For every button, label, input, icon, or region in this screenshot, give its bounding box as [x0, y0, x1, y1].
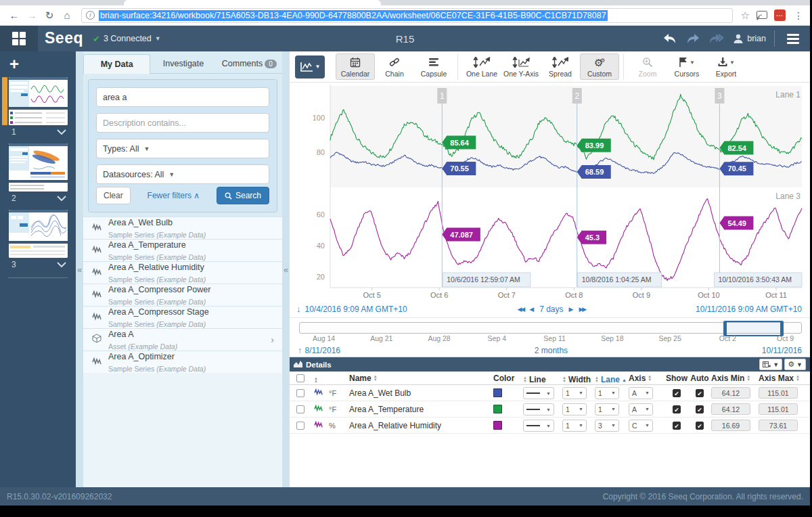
result-item[interactable]: Area A_Compressor Stage Sample Series (E… — [83, 306, 282, 328]
axis-min-value[interactable]: 64.12 — [711, 387, 750, 399]
range-start[interactable]: 10/4/2016 9:09 AM GMT+10 — [305, 305, 407, 314]
overview-duration[interactable]: 2 months — [340, 346, 762, 355]
overview-end[interactable]: 10/11/2016 — [762, 346, 802, 355]
axis-select[interactable]: A▼ — [629, 387, 653, 399]
connections-dropdown[interactable]: ✔ 3 Connected ▼ — [93, 34, 161, 44]
result-item[interactable]: Area A_Relative Humidity Sample Series (… — [83, 261, 282, 284]
cast-icon[interactable] — [757, 11, 767, 20]
redo-icon[interactable] — [685, 32, 700, 45]
axis-min-value[interactable]: 16.69 — [711, 420, 750, 431]
color-swatch[interactable] — [493, 405, 502, 413]
lane-select[interactable]: 3▼ — [595, 420, 619, 432]
worksheet-thumbnail-1[interactable] — [9, 77, 68, 125]
show-checkbox[interactable]: ✔ — [673, 422, 681, 430]
result-item[interactable]: Area A Asset (Example Data)› — [83, 328, 282, 351]
tab-my-data[interactable]: My Data — [83, 54, 150, 74]
chart-type-button[interactable]: ▼ — [295, 55, 325, 78]
color-swatch[interactable] — [493, 388, 502, 397]
browser-menu-icon[interactable]: ⋮ — [792, 10, 805, 21]
redo-all-icon[interactable] — [708, 32, 725, 45]
fewer-filters-link[interactable]: Fewer filters ∧ — [148, 191, 200, 200]
add-column-button[interactable]: ▼ — [759, 359, 782, 370]
search-button[interactable]: Search — [217, 187, 269, 204]
line-style-select[interactable]: ▼ — [523, 387, 554, 399]
axis-select[interactable]: C▼ — [629, 420, 653, 432]
column-lane[interactable]: ▲▼ Lane ▲ — [595, 375, 627, 384]
types-select[interactable]: Types: All▼ — [96, 139, 269, 158]
range-end[interactable]: 10/11/2016 9:09 AM GMT+10 — [696, 305, 802, 314]
overview-track[interactable] — [299, 322, 802, 334]
toolbar-button-export[interactable]: ▼ Export — [706, 53, 746, 80]
series-name[interactable]: Area A_Temperature — [349, 405, 493, 414]
show-checkbox[interactable]: ✔ — [673, 405, 681, 413]
column-axis-max[interactable]: Axis Max ▲▼ — [759, 374, 800, 383]
row-checkbox[interactable] — [296, 422, 304, 430]
row-checkbox[interactable] — [296, 389, 304, 397]
column-name[interactable]: Name ▲▼ — [349, 374, 378, 383]
chevron-down-icon[interactable] — [57, 262, 66, 267]
toolbar-button-spread[interactable]: Spread — [541, 53, 580, 80]
column-axis[interactable]: Axis ▲▼ — [629, 374, 652, 383]
undo-icon[interactable] — [662, 32, 677, 45]
axis-select[interactable]: A▼ — [629, 403, 653, 415]
axis-max-value[interactable]: 73.61 — [759, 420, 798, 431]
toolbar-button-capsule[interactable]: Capsule — [414, 53, 453, 80]
page-info-icon[interactable]: i — [86, 11, 95, 20]
url-text[interactable]: brian-surface:34216/workbook/715A6053-DB… — [99, 10, 608, 21]
details-settings-button[interactable]: ⚙ ▼ — [784, 359, 806, 370]
axis-min-value[interactable]: 64.12 — [711, 403, 750, 415]
clear-button[interactable]: Clear — [96, 187, 131, 204]
lane-select[interactable]: 1▼ — [595, 403, 619, 415]
result-item[interactable]: Area A_Compressor Power Sample Series (E… — [83, 284, 282, 306]
line-style-select[interactable]: ▼ — [523, 403, 554, 415]
column-axis-min[interactable]: Axis Min ▲▼ — [711, 374, 750, 383]
collapse-right-icon[interactable]: « — [282, 51, 290, 487]
datasources-select[interactable]: Datasources: All▼ — [96, 164, 269, 184]
line-style-select[interactable]: ▼ — [523, 420, 554, 432]
toolbar-button-one-y-axis[interactable]: One Y-Axis — [501, 53, 541, 80]
toolbar-button-cursors[interactable]: ▼ Cursors — [667, 53, 706, 80]
step-forward-fast-icon[interactable]: ▶▶ — [579, 306, 585, 313]
axis-max-value[interactable]: 115.01 — [759, 403, 798, 415]
description-input[interactable]: Description contains... — [96, 113, 269, 133]
lane-select[interactable]: 1▼ — [595, 387, 619, 399]
refresh-icon[interactable]: ↻ — [41, 9, 58, 22]
back-icon[interactable]: ← — [5, 9, 23, 21]
step-back-icon[interactable]: ◀ — [529, 306, 534, 313]
toolbar-button-one-lane[interactable]: One Lane — [462, 53, 501, 80]
chevron-down-icon[interactable] — [57, 196, 66, 201]
show-checkbox[interactable]: ✔ — [673, 389, 681, 397]
add-worksheet-button[interactable]: + — [9, 57, 76, 72]
range-duration[interactable]: 7 days — [539, 305, 563, 314]
column-auto[interactable]: Auto — [690, 374, 708, 383]
chevron-down-icon[interactable] — [57, 129, 66, 135]
toolbar-button-calendar[interactable]: Calendar — [336, 53, 375, 80]
chevron-right-icon[interactable]: › — [271, 334, 275, 345]
worksheet-thumbnail-3[interactable] — [9, 210, 68, 258]
range-down-icon[interactable]: ↓ — [296, 304, 301, 314]
column-show[interactable]: Show — [666, 374, 687, 383]
result-item[interactable]: Area A_Wet Bulb Sample Series (Example D… — [83, 217, 282, 239]
line-width-select[interactable]: 1▼ — [562, 387, 587, 399]
step-back-fast-icon[interactable]: ◀◀ — [517, 306, 524, 313]
series-name[interactable]: Area A_Relative Humidity — [349, 421, 493, 430]
bookmark-star-icon[interactable]: ☆ — [741, 9, 750, 22]
overview-up-icon[interactable]: ↑ — [298, 345, 302, 355]
home-icon[interactable]: ⌂ — [58, 9, 76, 21]
auto-checkbox[interactable]: ✔ — [696, 422, 704, 430]
result-item[interactable]: Area A_Optimizer Sample Series (Example … — [83, 351, 282, 373]
tab-investigate[interactable]: Investigate — [150, 54, 216, 74]
worksheet-thumbnail-2[interactable] — [9, 143, 68, 192]
toolbar-button-custom[interactable]: ⚙⚙ Custom — [580, 53, 619, 80]
user-menu[interactable]: brian — [733, 33, 766, 44]
row-checkbox[interactable] — [296, 405, 304, 413]
collapse-left-icon[interactable]: « — [76, 51, 83, 487]
result-item[interactable]: Area A_Temperature Sample Series (Exampl… — [83, 239, 282, 261]
forward-icon[interactable]: → — [23, 9, 41, 21]
overview-start[interactable]: 8/11/2016 — [305, 346, 341, 355]
column-width[interactable]: ▲▼ Width — [562, 375, 591, 384]
auto-checkbox[interactable]: ✔ — [696, 389, 704, 397]
auto-checkbox[interactable]: ✔ — [696, 405, 704, 413]
line-width-select[interactable]: 1▼ — [562, 403, 587, 415]
column-color[interactable]: Color — [493, 374, 514, 383]
